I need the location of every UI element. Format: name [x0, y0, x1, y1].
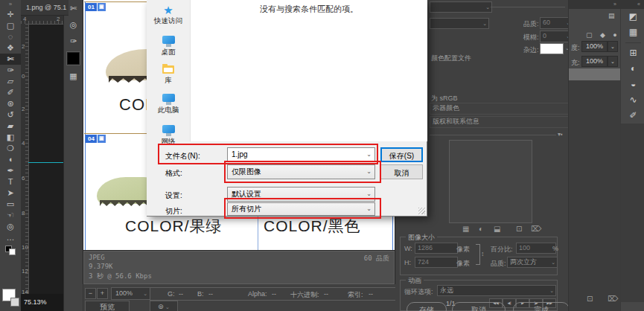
browser-select[interactable]: ⊚ ⌄: [150, 301, 178, 311]
zoom-level-select[interactable]: 100% ⌄: [111, 287, 150, 300]
divider: [430, 135, 556, 135]
width-input[interactable]: 1286: [415, 243, 458, 254]
new-color-icon[interactable]: ⊡: [516, 225, 522, 233]
clone-stamp-tool-icon[interactable]: ⊛: [0, 98, 21, 109]
history-brush-tool-icon[interactable]: ↺: [0, 109, 21, 121]
wh-link-icon[interactable]: ↕: [481, 250, 485, 257]
loop-select[interactable]: 永远⌄: [437, 285, 556, 296]
height-label: H:: [404, 259, 411, 266]
lock-transparency-icon[interactable]: ▢: [586, 31, 593, 39]
sidebar-item-network[interactable]: 网络: [147, 125, 190, 147]
height-input[interactable]: 724: [415, 257, 458, 268]
lock-all-icon[interactable]: ◆: [600, 31, 605, 39]
fill-value[interactable]: 100%: [581, 56, 608, 67]
filename-input[interactable]: 1.jpg⌄: [227, 147, 375, 162]
chevron-down-icon[interactable]: ⌄: [608, 41, 618, 52]
history-panel-icon[interactable]: ✐: [621, 108, 644, 124]
brush-tool-icon[interactable]: ✐: [0, 87, 21, 98]
document-tab[interactable]: 1.png @ 75.1: [21, 0, 68, 16]
slices-select[interactable]: 所有切片⌄: [227, 202, 375, 216]
document-zoom-level[interactable]: 75.13%: [24, 298, 47, 306]
eyedropper-color-swatch[interactable]: [67, 52, 80, 65]
gradient-tool-icon[interactable]: ◧: [0, 132, 21, 143]
toolbar-collapse-icon[interactable]: »: [0, 0, 21, 9]
layer-row[interactable]: [569, 68, 620, 80]
percent-input[interactable]: 100: [516, 243, 556, 254]
resample-select[interactable]: 两次立方⌄: [507, 257, 558, 268]
transparency-icon[interactable]: ◐: [479, 225, 483, 233]
adjustments-panel-icon[interactable]: ◐: [621, 61, 644, 77]
file-list-area[interactable]: 没有与搜索条件匹配的项。: [190, 0, 427, 141]
color-table-menu-icon[interactable]: ▾▪: [558, 131, 563, 138]
sfw-optimize-info: JPEG 9.379K 3 秒 @ 56.6 Kbps 60 品质: [83, 251, 395, 284]
slice-badge-01[interactable]: 01 ▣: [86, 3, 106, 11]
wh-link-bracket: [476, 244, 480, 265]
new-layer-icon[interactable]: ⊡: [587, 295, 593, 303]
more-tools-icon[interactable]: …: [0, 232, 21, 243]
preset-select[interactable]: ⌄: [430, 1, 492, 13]
paths-panel-icon[interactable]: ∿: [621, 92, 644, 108]
fill-label: 充:: [571, 58, 580, 68]
panel-collapse-icon[interactable]: »: [613, 1, 616, 7]
libraries-panel-icon[interactable]: ⊞: [621, 45, 644, 61]
toggle-slices-visibility-icon[interactable]: ▦: [64, 68, 83, 84]
g-value: --: [179, 290, 183, 298]
styles-panel-icon[interactable]: ◒: [621, 77, 644, 92]
default-colors-icon[interactable]: [5, 246, 16, 254]
px-unit: 像素: [456, 259, 470, 269]
settings-select[interactable]: 默认设置⌄: [227, 187, 375, 202]
divider: [625, 42, 641, 43]
quick-selection-tool-icon[interactable]: ❖: [0, 42, 21, 54]
embed-color-profile-label[interactable]: 颜色配置文件: [431, 54, 471, 63]
resize-grip[interactable]: [418, 208, 425, 214]
eraser-tool-icon[interactable]: ▰: [0, 121, 21, 132]
move-tool-icon[interactable]: ✛: [0, 9, 21, 20]
preview-in-browser-button[interactable]: 预览: [85, 301, 130, 311]
slice-badge-04[interactable]: 04 ▣: [86, 135, 106, 143]
sidebar-item-libraries[interactable]: 库: [147, 65, 190, 86]
panel-menu-icon[interactable]: ▤: [608, 12, 615, 19]
background-color-swatch[interactable]: [10, 298, 19, 307]
sidebar-item-desktop[interactable]: 桌面: [147, 36, 190, 57]
dodge-tool-icon[interactable]: ◖: [0, 154, 21, 165]
opacity-value[interactable]: 100%: [581, 41, 608, 52]
swatches-panel-icon[interactable]: ▦: [621, 25, 644, 40]
color-panel-icon[interactable]: ◩: [621, 9, 644, 25]
lock-color-icon[interactable]: ⬓: [494, 225, 500, 233]
lasso-tool-icon[interactable]: ◌: [0, 31, 21, 42]
panel-collapse-icon[interactable]: «: [637, 1, 640, 7]
path-select-tool-icon[interactable]: ➤: [0, 187, 21, 199]
format-select[interactable]: ⌄: [430, 18, 489, 29]
blur-tool-icon[interactable]: ❍: [0, 143, 21, 154]
sfw-cancel-button[interactable]: 取消: [452, 302, 506, 311]
sidebar-item-this-pc[interactable]: 此电脑: [147, 94, 190, 115]
index-value: --: [369, 290, 373, 298]
delete-color-icon[interactable]: ⌦: [531, 225, 541, 233]
format-select[interactable]: 仅限图像⌄: [227, 164, 375, 179]
pen-tool-icon[interactable]: ✒: [0, 165, 21, 176]
eyedropper-tool-icon[interactable]: ✑: [0, 65, 21, 76]
healing-brush-tool-icon[interactable]: ▱: [0, 76, 21, 87]
sfw-done-button[interactable]: 完成: [513, 302, 570, 311]
chevron-down-icon[interactable]: ⌄: [608, 56, 618, 67]
dither-icon[interactable]: ▦: [462, 225, 469, 233]
lock-position-icon[interactable]: ●: [613, 31, 616, 39]
slice-tool-icon[interactable]: ✄: [0, 54, 21, 65]
hand-tool-icon[interactable]: ☜: [0, 210, 21, 221]
cancel-button[interactable]: 取消: [380, 164, 423, 179]
type-tool-icon[interactable]: T: [0, 176, 21, 187]
eyedropper-tool-icon[interactable]: ✑: [64, 33, 83, 49]
metadata-select[interactable]: 版权和联系信息⌄: [430, 116, 574, 128]
save-button[interactable]: 保存(S): [380, 147, 423, 162]
matte-color-swatch[interactable]: [540, 43, 564, 54]
zoom-out-button[interactable]: −: [85, 288, 96, 299]
zoom-in-button[interactable]: +: [97, 288, 108, 299]
preview-monitor-select[interactable]: 示器颜色⌄: [430, 103, 574, 115]
delete-layer-icon[interactable]: ⌦: [608, 295, 618, 303]
sidebar-item-quick-access[interactable]: ★ 快速访问: [147, 4, 190, 26]
sfw-save-button[interactable]: 存储: [407, 302, 447, 311]
marquee-tool-icon[interactable]: ▢: [0, 20, 21, 31]
zoom-tool-icon[interactable]: ◎: [0, 221, 21, 232]
zoom-tool-icon[interactable]: ◎: [64, 16, 83, 33]
shape-tool-icon[interactable]: ▭: [0, 199, 21, 210]
